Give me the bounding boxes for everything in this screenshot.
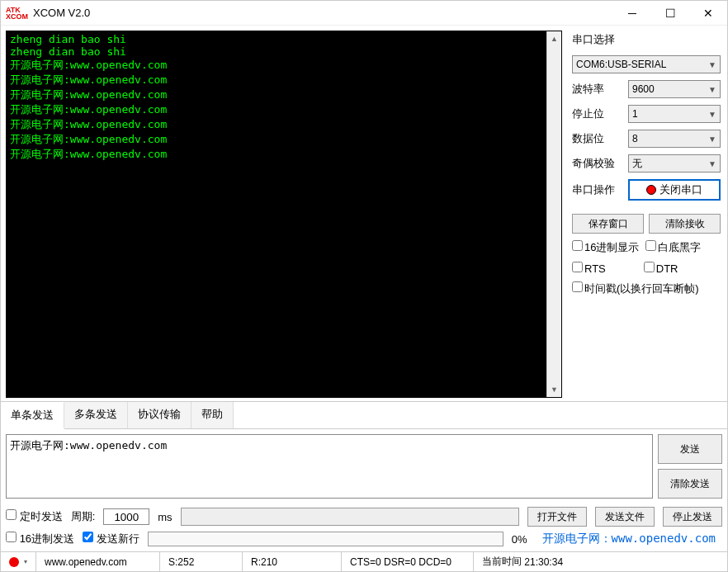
chevron-down-icon: ▼	[708, 85, 716, 94]
hex-display-checkbox[interactable]: 16进制显示	[572, 240, 639, 255]
terminal-scrollbar[interactable]: ▲ ▼	[546, 31, 561, 397]
progress-bar	[148, 532, 503, 546]
scroll-up-icon[interactable]: ▲	[547, 31, 561, 46]
link-banner[interactable]: 开源电子网：www.openedv.com	[536, 532, 722, 546]
close-button[interactable]: ✕	[689, 1, 727, 26]
rts-checkbox[interactable]: RTS	[572, 262, 606, 275]
titlebar: ATKXCOM XCOM V2.0 ─ ☐ ✕	[1, 1, 727, 26]
chevron-down-icon: ▼	[708, 60, 716, 69]
stop-label: 停止位	[572, 106, 622, 121]
send-file-button[interactable]: 发送文件	[595, 507, 655, 527]
stop-send-button[interactable]: 停止发送	[663, 507, 722, 527]
terminal-output[interactable]: zheng dian bao shi zheng dian bao shi 开源…	[7, 31, 546, 397]
ms-label: ms	[158, 511, 172, 523]
status-dot-icon	[9, 557, 19, 567]
port-toggle-button[interactable]: 关闭串口	[628, 179, 721, 201]
minimize-button[interactable]: ─	[613, 1, 651, 26]
period-input[interactable]	[103, 508, 149, 525]
baud-select[interactable]: 9600▼	[628, 80, 721, 98]
port-op-label: 串口操作	[572, 182, 622, 197]
statusbar: ▾ www.openedv.com S:252 R:210 CTS=0 DSR=…	[1, 551, 727, 571]
hex-send-checkbox[interactable]: 16进制发送	[6, 532, 74, 546]
timestamp-checkbox[interactable]: 时间戳(以换行回车断帧)	[572, 281, 699, 296]
port-select-label: 串口选择	[572, 32, 721, 47]
status-received: R:210	[243, 552, 342, 571]
tab-single-send[interactable]: 单条发送	[1, 403, 64, 429]
status-url[interactable]: www.openedv.com	[36, 552, 160, 571]
send-button[interactable]: 发送	[658, 434, 722, 464]
progress-percent: 0%	[512, 533, 527, 546]
timed-send-checkbox[interactable]: 定时发送	[6, 509, 63, 524]
tab-protocol[interactable]: 协议传输	[128, 402, 191, 428]
record-icon	[646, 185, 656, 195]
status-indicator: ▾	[1, 552, 36, 571]
baud-label: 波特率	[572, 82, 622, 97]
dtr-checkbox[interactable]: DTR	[644, 262, 678, 275]
port-select[interactable]: COM6:USB-SERIAL▼	[572, 55, 721, 73]
parity-label: 奇偶校验	[572, 156, 622, 171]
app-logo: ATKXCOM	[6, 7, 28, 20]
clear-receive-button[interactable]: 清除接收	[649, 214, 721, 234]
parity-select[interactable]: 无▼	[628, 154, 721, 173]
status-sent: S:252	[160, 552, 243, 571]
save-window-button[interactable]: 保存窗口	[572, 214, 644, 234]
chevron-down-icon: ▼	[708, 110, 716, 119]
data-label: 数据位	[572, 131, 622, 146]
status-signals: CTS=0 DSR=0 DCD=0	[342, 552, 474, 571]
scroll-down-icon[interactable]: ▼	[547, 382, 561, 397]
white-bg-checkbox[interactable]: 白底黑字	[645, 240, 701, 255]
tab-help[interactable]: 帮助	[191, 402, 234, 428]
file-path-field[interactable]	[181, 508, 519, 526]
send-newline-checkbox[interactable]: 发送新行	[83, 532, 139, 546]
status-time: 当前时间 21:30:34	[474, 552, 727, 571]
terminal-panel: zheng dian bao shi zheng dian bao shi 开源…	[6, 31, 562, 398]
clear-send-button[interactable]: 清除发送	[658, 469, 722, 499]
maximize-button[interactable]: ☐	[651, 1, 689, 26]
open-file-button[interactable]: 打开文件	[527, 507, 587, 527]
chevron-down-icon: ▼	[708, 159, 716, 168]
stop-select[interactable]: 1▼	[628, 105, 721, 123]
period-label: 周期:	[71, 509, 96, 524]
send-textarea[interactable]	[6, 434, 653, 499]
tabs: 单条发送 多条发送 协议传输 帮助	[1, 401, 727, 428]
sidebar: 串口选择 COM6:USB-SERIAL▼ 波特率 9600▼ 停止位 1▼ 数…	[565, 26, 727, 401]
window-title: XCOM V2.0	[33, 7, 613, 19]
data-select[interactable]: 8▼	[628, 130, 721, 148]
chevron-down-icon: ▼	[708, 135, 716, 144]
tab-multi-send[interactable]: 多条发送	[64, 402, 128, 428]
